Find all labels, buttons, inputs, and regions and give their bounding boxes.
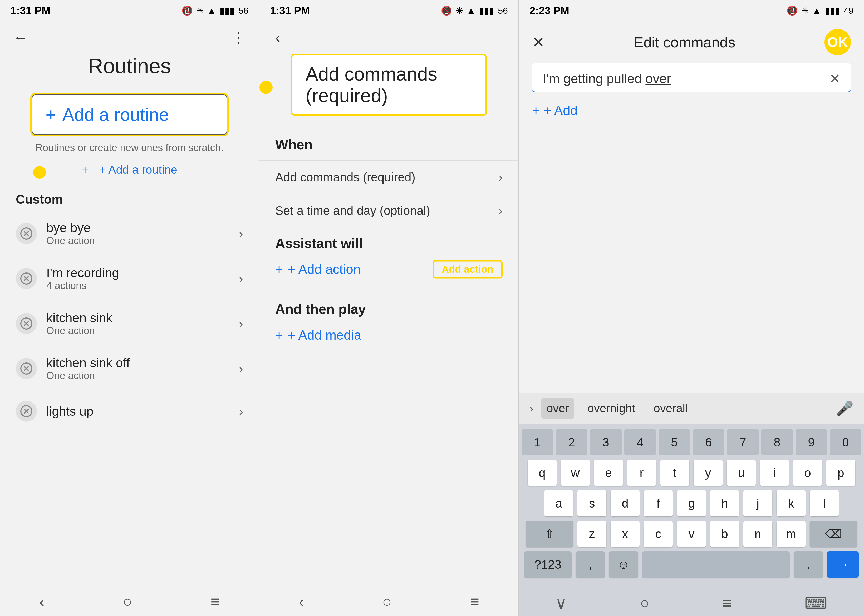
key-backspace[interactable]: ⌫ [810,521,857,547]
suggestion-overnight[interactable]: overnight [582,398,641,418]
key-emoji[interactable]: ☺ [609,551,638,578]
back-nav-2[interactable]: ‹ [299,592,304,611]
set-time-row[interactable]: Set a time and day (optional) › [260,194,518,227]
key-space[interactable] [642,551,790,578]
routine-icon-kitchen-sink-off [16,358,37,379]
key-p[interactable]: p [826,460,855,486]
time-1: 1:31 PM [11,5,50,17]
back-button-1[interactable]: ← [13,29,28,46]
home-nav-2[interactable]: ○ [382,592,392,611]
key-s[interactable]: s [578,490,606,517]
key-0[interactable]: 0 [830,429,861,456]
key-shift[interactable]: ⇧ [526,521,573,547]
key-t[interactable]: t [660,460,689,486]
bluetooth-icon-3: ✳ [801,5,809,16]
key-e[interactable]: e [594,460,623,486]
key-4[interactable]: 4 [624,429,656,456]
key-a[interactable]: a [544,490,573,517]
key-z[interactable]: z [578,521,606,547]
add-link-text: + Add a routine [99,163,177,176]
key-q[interactable]: q [527,460,557,486]
bluetooth-icon-1: ✳ [196,5,204,16]
key-6[interactable]: 6 [693,429,724,456]
key-period[interactable]: . [794,551,823,578]
key-w[interactable]: w [561,460,590,486]
routine-sub-recording: 4 actions [46,280,230,291]
key-i[interactable]: i [760,460,789,486]
key-v[interactable]: v [677,521,706,547]
routine-item-recording[interactable]: I'm recording 4 actions › [0,256,259,301]
key-l[interactable]: l [810,490,839,517]
panel1-toolbar: ← ⋮ [0,21,259,51]
bottom-nav-3: ∨ ○ ≡ ⌨ [519,590,864,616]
key-f[interactable]: f [644,490,673,517]
key-o[interactable]: o [793,460,822,486]
suggestion-over[interactable]: over [541,398,574,418]
key-enter[interactable]: → [827,551,859,578]
key-d[interactable]: d [611,490,640,517]
suggestion-overall[interactable]: overall [648,398,693,418]
add-commands-chevron: › [499,170,503,184]
panel2-header: ‹ [260,21,518,51]
down-nav-3[interactable]: ∨ [555,594,567,612]
key-k[interactable]: k [777,490,806,517]
key-m[interactable]: m [777,521,806,547]
key-9[interactable]: 9 [796,429,827,456]
recents-nav-2[interactable]: ≡ [470,592,479,611]
key-n[interactable]: n [743,521,772,547]
key-comma[interactable]: , [576,551,605,578]
add-action-button[interactable]: + + Add action Add action [260,254,518,285]
routine-item-kitchen-sink[interactable]: kitchen sink One action › [0,301,259,346]
recents-nav-3[interactable]: ≡ [722,594,732,612]
command-input-area[interactable]: I'm getting pulled over ✕ [532,63,851,93]
back-button-2[interactable]: ‹ [275,29,280,46]
keyboard[interactable]: 1 2 3 4 5 6 7 8 9 0 q w e r t y u i o p … [519,424,864,590]
routine-item-bye-bye[interactable]: bye bye One action › [0,211,259,256]
add-routine-link[interactable]: + + Add a routine [82,163,177,176]
input-clear-button[interactable]: ✕ [829,71,840,86]
bottom-nav-2: ‹ ○ ≡ [260,587,518,616]
home-nav-1[interactable]: ○ [123,592,132,611]
key-j[interactable]: j [743,490,772,517]
key-b[interactable]: b [710,521,739,547]
key-u[interactable]: u [727,460,756,486]
custom-section-label: Custom [0,187,259,211]
panel-add-commands: 1:31 PM 📵 ✳ ▲ ▮▮▮ 56 ‹ Add commands (req… [260,0,519,616]
key-8[interactable]: 8 [761,429,793,456]
close-button-p3[interactable]: ✕ [532,34,545,51]
ok-button[interactable]: OK [825,29,851,55]
routine-name-kitchen-sink: kitchen sink [46,311,230,325]
add-media-button[interactable]: + + Add media [260,320,518,350]
add-commands-row-label: Add commands (required) [275,170,415,184]
status-bar-3: 2:23 PM 📵 ✳ ▲ ▮▮▮ 49 [519,0,864,21]
add-command-link[interactable]: + + Add [519,100,864,126]
back-nav-1[interactable]: ‹ [39,592,44,611]
key-h[interactable]: h [710,490,739,517]
add-commands-row[interactable]: Add commands (required) › [260,160,518,194]
key-5[interactable]: 5 [659,429,690,456]
routine-item-kitchen-sink-off[interactable]: kitchen sink off One action › [0,346,259,391]
key-3[interactable]: 3 [590,429,622,456]
key-7[interactable]: 7 [727,429,759,456]
key-r[interactable]: r [627,460,656,486]
routine-item-lights-up[interactable]: lights up › [0,391,259,431]
key-2[interactable]: 2 [556,429,587,456]
recents-nav-1[interactable]: ≡ [211,592,220,611]
key-1[interactable]: 1 [522,429,553,456]
chevron-kitchen-sink: › [239,316,243,331]
mic-icon[interactable]: 🎤 [836,400,853,417]
keyboard-nav-3[interactable]: ⌨ [804,594,828,612]
key-c[interactable]: c [644,521,673,547]
home-nav-3[interactable]: ○ [640,594,649,612]
suggestion-prev[interactable]: › [529,402,534,415]
key-x[interactable]: x [611,521,640,547]
keyboard-row-1: q w e r t y u i o p [522,460,861,486]
more-menu-button-1[interactable]: ⋮ [231,29,246,46]
routine-list: bye bye One action › I'm recording 4 act… [0,211,259,587]
routine-info-lights-up: lights up [46,404,230,418]
key-g[interactable]: g [677,490,706,517]
routine-name-bye-bye: bye bye [46,221,230,235]
key-symbols[interactable]: ?123 [524,551,571,578]
add-routine-box[interactable]: + Add a routine [31,94,227,135]
key-y[interactable]: y [694,460,722,486]
